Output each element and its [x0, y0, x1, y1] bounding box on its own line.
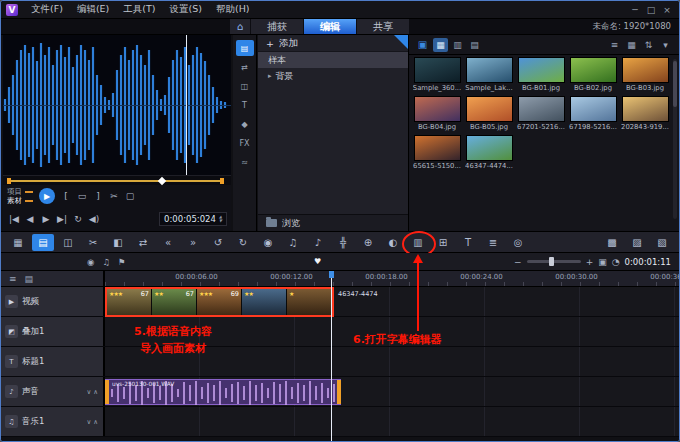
media-item[interactable]: BG-B03.jpg	[619, 57, 671, 92]
sound-mixer-button[interactable]: ♫	[282, 234, 304, 251]
media-thumbnail[interactable]	[414, 135, 461, 161]
media-thumbnail[interactable]	[570, 57, 617, 83]
track-music-header[interactable]: ♫ 音乐1 ∨ ∧	[1, 407, 105, 436]
scrub-frame-icon[interactable]: ▭	[75, 189, 89, 203]
grid-view-icon[interactable]: ▦	[624, 38, 639, 52]
media-item[interactable]: Sample_360...	[411, 57, 463, 92]
mode-project[interactable]: 项目	[7, 187, 33, 196]
media-thumbnail[interactable]	[570, 96, 617, 122]
go-start-button[interactable]: |◀	[7, 212, 21, 226]
record-capture-button[interactable]: ◉	[257, 234, 279, 251]
timecode-spinner[interactable]: ▲▼	[219, 215, 222, 224]
chapter-point-button[interactable]: ⚑	[118, 257, 126, 267]
subtitle-editor-button[interactable]: ▥	[407, 234, 429, 251]
media-thumbnail[interactable]	[622, 96, 669, 122]
effects-button[interactable]: ▧	[651, 234, 673, 251]
mark-out-button[interactable]: ]	[91, 189, 105, 203]
overlay-icon[interactable]: ◫	[236, 78, 254, 94]
timeline-ruler[interactable]: ≡ ▤ 00:00:06.0000:00:12.0000:00:18.0000:…	[1, 271, 679, 287]
menu-item[interactable]: 设置(S)	[163, 2, 209, 17]
close-button[interactable]: ×	[660, 5, 674, 15]
home-tab-icon[interactable]: ⌂	[230, 19, 250, 34]
multi-trim-button[interactable]: ◧	[107, 234, 129, 251]
scrub-bar[interactable]	[3, 175, 231, 185]
title-icon[interactable]: T	[236, 97, 254, 113]
media-item[interactable]: 67198-5216...	[567, 96, 619, 131]
copy-button[interactable]: ◫	[57, 234, 79, 251]
media-item[interactable]: BG-B01.jpg	[515, 57, 567, 92]
minimize-button[interactable]: ─	[628, 5, 642, 15]
repeat-button[interactable]: ↻	[71, 212, 85, 226]
speech-to-text-button[interactable]: ≣	[482, 234, 504, 251]
track-view-icon[interactable]: ▤	[25, 274, 34, 284]
trim-handle-right[interactable]	[220, 178, 224, 184]
media-item[interactable]: Sample_Lak...	[463, 57, 515, 92]
video-clip[interactable]: ★★	[242, 289, 287, 315]
prev-frame-button[interactable]: ◀	[23, 212, 37, 226]
menu-item[interactable]: 编辑(E)	[70, 2, 116, 17]
media-item[interactable]: 46347-4474...	[463, 135, 515, 170]
menu-item[interactable]: 文件(F)	[24, 2, 70, 17]
cue-marker-icon[interactable]: ♥	[314, 257, 321, 266]
zoom-slider-thumb[interactable]	[549, 257, 554, 266]
tab-capture[interactable]: 捕获	[251, 19, 303, 34]
media-thumbnail[interactable]	[518, 96, 565, 122]
zoom-in-button[interactable]: +	[586, 257, 594, 267]
media-thumbnail[interactable]	[466, 135, 513, 161]
media-thumbnail[interactable]	[518, 57, 565, 83]
browse-button[interactable]: 浏览	[258, 214, 408, 231]
menu-item[interactable]: 工具(T)	[116, 2, 162, 17]
go-end-button[interactable]: ▶|	[55, 212, 69, 226]
track-voice-header[interactable]: ♪ 声音 ∨ ∧	[1, 377, 105, 406]
trim-handle-left[interactable]	[7, 178, 11, 184]
title-3d-button[interactable]: T	[457, 234, 479, 251]
media-library-icon[interactable]: ▤	[236, 40, 254, 56]
more-options-icon[interactable]: ▾	[658, 38, 673, 52]
next-frame-button[interactable]: ▶	[39, 212, 53, 226]
thumb-view-large-icon[interactable]: ▦	[433, 38, 448, 52]
volume-button[interactable]: ◀)	[87, 212, 101, 226]
enlarge-preview-button[interactable]: ▢	[123, 189, 137, 203]
media-item[interactable]: 202843-919...	[619, 96, 671, 131]
batch-convert-button[interactable]: ▩	[601, 234, 623, 251]
audio-clip[interactable]: uvs-250130-001.WAV	[105, 379, 341, 405]
tab-edit[interactable]: 编辑	[304, 19, 356, 34]
voice-record-button[interactable]: ◉	[87, 257, 94, 267]
media-item[interactable]: BG-B05.jpg	[463, 96, 515, 131]
ripple-edit-button[interactable]: ⇄	[132, 234, 154, 251]
filters-icon[interactable]: FX	[236, 135, 254, 151]
video-clip[interactable]: ★★★ 69	[197, 289, 242, 315]
redo-button[interactable]: ↻	[232, 234, 254, 251]
play-button[interactable]: ▶	[39, 188, 55, 204]
track-title-header[interactable]: T 标题1	[1, 347, 105, 376]
media-thumbnail[interactable]	[622, 57, 669, 83]
sort-icon[interactable]: ⇅	[641, 38, 656, 52]
media-thumbnail[interactable]	[466, 96, 513, 122]
media-item[interactable]: BG-B02.jpg	[567, 57, 619, 92]
track-video-body[interactable]: ★★★ 67 ★★ 67 ★★★ 69 ★★ ★	[105, 287, 679, 316]
nudge-left-button[interactable]: «	[157, 234, 179, 251]
split-screen-template-button[interactable]: ⊞	[432, 234, 454, 251]
motion-tracking-button[interactable]: ╬	[332, 234, 354, 251]
add-category-button[interactable]: + 添加	[258, 35, 408, 52]
mode-clip[interactable]: 素材	[7, 196, 33, 205]
video-clip[interactable]: ★★ 67	[152, 289, 197, 315]
voice-volume-arrows[interactable]: ∨ ∧	[86, 388, 98, 396]
timeline-playhead[interactable]	[331, 271, 332, 441]
scrub-playhead[interactable]	[158, 177, 166, 185]
motion-icon[interactable]: ≈	[236, 154, 254, 170]
track-music-body[interactable]	[105, 407, 679, 436]
smart-proxy-button[interactable]: ▨	[626, 234, 648, 251]
media-thumbnail[interactable]	[466, 57, 513, 83]
maximize-button[interactable]: □	[644, 5, 658, 15]
media-thumbnail[interactable]	[414, 96, 461, 122]
media-item[interactable]: 67201-5216...	[515, 96, 567, 131]
track-voice-body[interactable]: uvs-250130-001.WAV	[105, 377, 679, 406]
menu-item[interactable]: 帮助(H)	[209, 2, 257, 17]
track-manager-icon[interactable]: ≡	[9, 274, 17, 284]
transitions-icon[interactable]: ⇄	[236, 59, 254, 75]
timeline-view-button[interactable]: ▤	[32, 234, 54, 251]
pan-zoom-button[interactable]: ⊕	[357, 234, 379, 251]
video-clip[interactable]: ★★★ 67	[107, 289, 152, 315]
media-item[interactable]: BG-B04.jpg	[411, 96, 463, 131]
